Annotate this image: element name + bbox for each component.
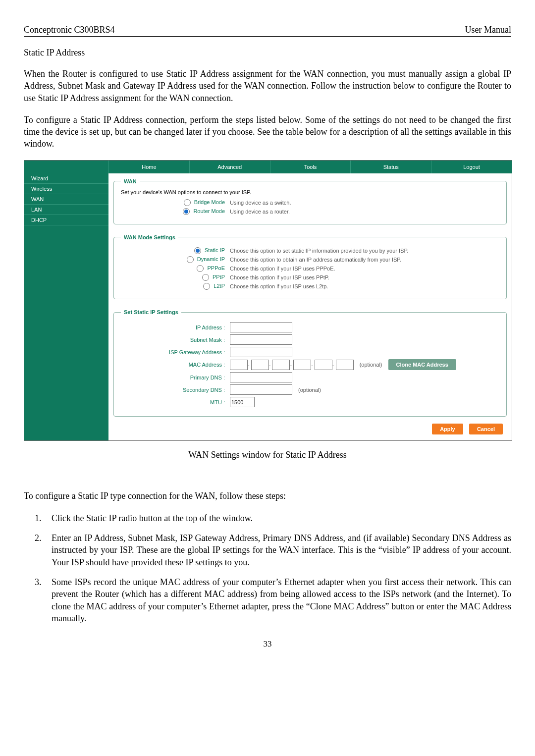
wan-mode-legend: WAN Mode Settings — [121, 234, 178, 240]
sidebar-item-wan[interactable]: WAN — [24, 194, 108, 205]
primary-dns-label: Primary DNS : — [121, 375, 230, 380]
steps-intro: To configure a Static IP type connection… — [24, 490, 511, 502]
wan-fieldset: WAN Set your device's WAN options to con… — [113, 178, 507, 224]
primary-dns-input[interactable] — [230, 372, 292, 382]
dynamic-ip-desc: Choose this option to obtain an IP addre… — [230, 257, 401, 263]
static-ip-radio[interactable] — [194, 247, 201, 254]
page-header: Conceptronic C300BRS4 User Manual — [24, 25, 511, 37]
secondary-dns-label: Secondary DNS : — [121, 387, 230, 393]
static-ip-fieldset: Set Static IP Settings IP Address : Subn… — [113, 309, 507, 417]
mac-oct-4[interactable] — [293, 360, 311, 370]
header-left: Conceptronic C300BRS4 — [24, 25, 115, 35]
sidebar-item-lan[interactable]: LAN — [24, 205, 108, 215]
mac-oct-6[interactable] — [336, 360, 354, 370]
wan-legend: WAN — [121, 178, 140, 184]
tab-advanced[interactable]: Advanced — [189, 161, 270, 173]
mtu-input[interactable] — [230, 397, 255, 407]
tab-status[interactable]: Status — [350, 161, 431, 173]
sidebar-item-dhcp[interactable]: DHCP — [24, 215, 108, 225]
gateway-input[interactable] — [230, 347, 292, 357]
sidebar: Wizard Wireless WAN LAN DHCP — [24, 161, 108, 441]
pptp-label: PPtP — [213, 274, 225, 280]
clone-mac-button[interactable]: Clone MAC Address — [388, 359, 456, 370]
header-right: User Manual — [465, 25, 511, 35]
l2tp-desc: Choose this option if your ISP uses L2tp… — [230, 283, 328, 289]
dynamic-ip-label: Dynamic IP — [197, 256, 225, 262]
mac-oct-3[interactable] — [272, 360, 290, 370]
subnet-input[interactable] — [230, 334, 292, 345]
cancel-button[interactable]: Cancel — [469, 424, 503, 434]
ip-address-label: IP Address : — [121, 324, 230, 330]
mac-oct-1[interactable] — [230, 360, 248, 370]
secondary-dns-optional: (optional) — [298, 387, 321, 393]
intro-para-1: When the Router is configured to use Sta… — [24, 68, 511, 104]
pppoe-label: PPPoE — [208, 265, 225, 271]
sidebar-item-wizard[interactable]: Wizard — [24, 173, 108, 184]
router-mode-label: Router Mode — [193, 208, 225, 214]
gateway-label: ISP Gateway Address : — [121, 349, 230, 355]
mac-oct-5[interactable] — [315, 360, 332, 370]
bridge-mode-radio[interactable] — [184, 199, 191, 206]
apply-button[interactable]: Apply — [432, 424, 463, 434]
tab-tools[interactable]: Tools — [270, 161, 351, 173]
secondary-dns-input[interactable] — [230, 384, 292, 395]
sidebar-item-wireless[interactable]: Wireless — [24, 184, 108, 194]
static-ip-desc: Choose this option to set static IP info… — [230, 248, 408, 254]
mac-optional: (optional) — [360, 362, 382, 368]
figure-caption: WAN Settings window for Static IP Addres… — [24, 450, 511, 460]
l2tp-radio[interactable] — [203, 283, 210, 290]
step-3: Some ISPs record the unique MAC address … — [44, 576, 511, 624]
mac-label: MAC Address : — [121, 362, 230, 368]
pptp-desc: Choose this option if your ISP uses PPtP… — [230, 274, 329, 280]
static-ip-label: Static IP — [205, 247, 225, 253]
l2tp-label: L2tP — [214, 283, 225, 289]
steps-list: Click the Static IP radio button at the … — [24, 512, 511, 624]
pppoe-desc: Choose this option if your ISP uses PPPo… — [230, 266, 335, 271]
mac-oct-2[interactable] — [251, 360, 269, 370]
static-ip-legend: Set Static IP Settings — [121, 309, 181, 315]
router-mode-radio[interactable] — [183, 208, 190, 215]
router-mode-desc: Using device as a router. — [230, 209, 290, 215]
tab-home[interactable]: Home — [108, 161, 189, 173]
pppoe-radio[interactable] — [197, 265, 204, 272]
tab-logout[interactable]: Logout — [431, 161, 512, 173]
step-1: Click the Static IP radio button at the … — [44, 512, 511, 524]
button-row: Apply Cancel — [108, 422, 512, 440]
wan-note: Set your device's WAN options to connect… — [121, 189, 499, 195]
intro-para-2: To configure a Static IP Address connect… — [24, 114, 511, 150]
wan-mode-fieldset: WAN Mode Settings Static IP Choose this … — [113, 234, 507, 299]
router-ui-screenshot: Wizard Wireless WAN LAN DHCP Home Advanc… — [24, 160, 512, 441]
pptp-radio[interactable] — [202, 274, 209, 281]
section-title: Static IP Address — [24, 48, 511, 58]
bridge-mode-desc: Using device as a switch. — [230, 200, 291, 206]
dynamic-ip-radio[interactable] — [187, 256, 194, 263]
main-area: Home Advanced Tools Status Logout WAN Se… — [108, 161, 512, 441]
ip-address-input[interactable] — [230, 322, 292, 332]
subnet-label: Subnet Mask : — [121, 337, 230, 343]
mac-input-group: - - - - - — [230, 360, 354, 370]
page-number: 33 — [24, 639, 511, 649]
mtu-label: MTU : — [121, 399, 230, 405]
topbar: Home Advanced Tools Status Logout — [108, 161, 512, 173]
step-2: Enter an IP Address, Subnet Mask, ISP Ga… — [44, 532, 511, 568]
bridge-mode-label: Bridge Mode — [194, 199, 225, 205]
